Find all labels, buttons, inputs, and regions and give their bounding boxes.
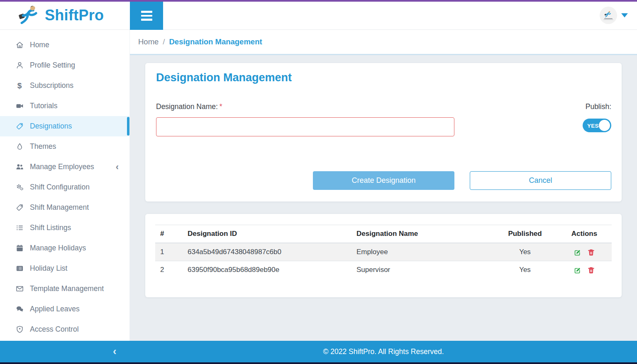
calendar-icon	[15, 244, 24, 252]
sidebar-item-label: Manage Holidays	[30, 244, 86, 252]
sidebar-item-label: Applied Leaves	[30, 305, 80, 313]
col-header-num: #	[155, 225, 183, 243]
sidebar-item-tutorials[interactable]: Tutorials	[0, 96, 129, 116]
sidebar-item-home[interactable]: Home	[0, 35, 129, 55]
sidebar-item-label: Designations	[30, 122, 72, 131]
sidebar-item-access-control[interactable]: Access Control	[0, 319, 129, 340]
cell-designation-id: 63950f90bca95b68d89eb90e	[183, 261, 351, 279]
cell-designation-name: Employee	[351, 243, 493, 261]
cell-published: Yes	[493, 261, 557, 279]
cell-actions	[557, 261, 612, 279]
avatar	[600, 7, 617, 24]
sidebar-item-label: Profile Setting	[30, 61, 75, 70]
gears-icon	[15, 183, 24, 191]
sidebar-item-designations[interactable]: Designations	[0, 116, 129, 136]
envelope-icon	[15, 285, 24, 293]
table-row: 1 634a5b49d67438048987c6b0 Employee Yes	[155, 243, 612, 261]
sidebar-item-label: Template Management	[30, 284, 104, 293]
create-designation-button[interactable]: Create Designation	[313, 171, 454, 190]
main-content: Designation Management Designation Name:…	[130, 55, 637, 341]
home-icon	[15, 41, 24, 49]
edit-icon[interactable]	[574, 267, 581, 274]
comments-icon	[15, 305, 24, 313]
sidebar-item-manage-holidays[interactable]: Manage Holidays	[0, 238, 129, 258]
sidebar-item-applied-leaves[interactable]: Applied Leaves	[0, 299, 129, 319]
user-menu[interactable]	[600, 7, 628, 24]
sidebar-item-holiday-list[interactable]: Holiday List	[0, 258, 129, 279]
toggle-knob	[599, 120, 610, 131]
edit-icon[interactable]	[574, 249, 581, 256]
cell-designation-name: Supervisor	[351, 261, 493, 279]
menu-toggle-button[interactable]	[130, 2, 163, 30]
menu-icon	[141, 11, 152, 13]
menu-icon	[141, 19, 152, 21]
tag-icon	[15, 122, 24, 130]
col-header-designation-name: Designation Name	[351, 225, 493, 243]
sidebar-item-label: Subscriptions	[30, 81, 73, 90]
droplet-icon	[15, 143, 24, 150]
sidebar-item-shift-listings[interactable]: Shift Listings	[0, 218, 129, 238]
breadcrumb-separator: /	[163, 37, 165, 46]
publish-toggle[interactable]: YES	[583, 119, 611, 132]
runner-logo-icon	[18, 5, 41, 26]
cancel-button[interactable]: Cancel	[470, 171, 611, 190]
sidebar-item-template-management[interactable]: Template Management	[0, 279, 129, 299]
app-screen: ShiftPro	[0, 0, 637, 364]
bottom-edge	[0, 362, 637, 364]
designations-table: # Designation ID Designation Name Publis…	[155, 225, 612, 279]
trash-icon[interactable]	[588, 267, 595, 274]
video-icon	[15, 102, 24, 110]
breadcrumb-home-link[interactable]: Home	[138, 37, 159, 46]
sidebar-item-label: Shift Management	[30, 203, 89, 212]
avatar-text-line	[603, 19, 613, 20]
shield-icon	[15, 325, 24, 333]
designations-table-card: # Designation ID Designation Name Publis…	[145, 214, 622, 297]
list-alt-icon	[15, 265, 24, 272]
designation-name-input[interactable]	[156, 117, 454, 136]
sidebar-item-label: Tutorials	[30, 102, 57, 110]
sidebar-collapse-chevron[interactable]: ‹	[113, 341, 117, 362]
breadcrumb-current: Designation Management	[169, 37, 262, 46]
sidebar-item-label: Home	[30, 41, 49, 49]
required-marker: *	[220, 102, 222, 111]
brand-logo[interactable]: ShiftPro	[18, 5, 104, 26]
users-icon	[15, 163, 24, 171]
sidebar-item-label: Manage Employees	[30, 163, 94, 171]
designation-name-label: Designation Name:*	[156, 102, 222, 111]
designation-form-card: Designation Management Designation Name:…	[145, 63, 622, 201]
tag-icon	[15, 204, 24, 211]
table-header-row: # Designation ID Designation Name Publis…	[155, 225, 612, 243]
trash-icon[interactable]	[588, 249, 595, 256]
footer: ‹ © 2022 ShiftPro. All Rights Reserved.	[0, 341, 637, 362]
sidebar-item-manage-employees[interactable]: Manage Employees ‹	[0, 157, 129, 177]
col-header-designation-id: Designation ID	[183, 225, 351, 243]
cell-actions	[557, 243, 612, 261]
sidebar: Home Profile Setting $ Subscriptions Tut…	[0, 30, 130, 341]
brand-name: ShiftPro	[45, 7, 104, 24]
sidebar-item-shift-configuration[interactable]: Shift Configuration	[0, 177, 129, 197]
breadcrumb: Home / Designation Management	[130, 30, 637, 55]
cell-published: Yes	[493, 243, 557, 261]
sidebar-item-label: Holiday List	[30, 264, 67, 273]
sidebar-item-shift-management[interactable]: Shift Management	[0, 197, 129, 218]
chevron-down-icon	[621, 13, 628, 17]
sidebar-item-subscriptions[interactable]: $ Subscriptions	[0, 75, 129, 96]
publish-label: Publish:	[586, 102, 611, 111]
dollar-icon: $	[15, 81, 24, 90]
cell-num: 2	[155, 261, 183, 279]
cell-designation-id: 634a5b49d67438048987c6b0	[183, 243, 351, 261]
menu-icon	[141, 15, 152, 17]
col-header-published: Published	[493, 225, 557, 243]
sidebar-item-themes[interactable]: Themes	[0, 136, 129, 157]
sidebar-item-label: Themes	[30, 142, 56, 151]
list-icon	[15, 224, 24, 232]
copyright-text: © 2022 ShiftPro. All Rights Reserved.	[130, 341, 637, 362]
sidebar-item-label: Shift Listings	[30, 223, 71, 232]
table-row: 2 63950f90bca95b68d89eb90e Supervisor Ye…	[155, 261, 612, 279]
col-header-actions: Actions	[557, 225, 612, 243]
chevron-left-icon: ‹	[116, 163, 119, 172]
designation-name-label-text: Designation Name:	[156, 102, 218, 111]
page-title: Designation Management	[156, 71, 292, 84]
user-icon	[15, 61, 24, 69]
sidebar-item-profile-setting[interactable]: Profile Setting	[0, 55, 129, 75]
